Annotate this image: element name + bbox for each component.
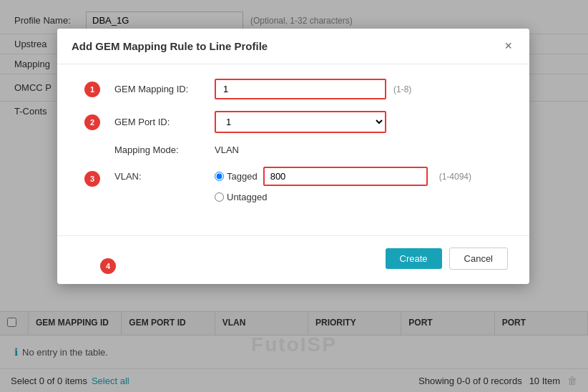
vlan-label: VLAN: (114, 167, 215, 182)
tagged-radio[interactable] (215, 172, 224, 181)
step-1-badge: 1 (84, 82, 100, 97)
vlan-value-input[interactable] (263, 167, 428, 186)
step-2-badge: 2 (84, 114, 100, 130)
mapping-mode-label: Mapping Mode: (114, 144, 215, 155)
gem-port-id-row: 2 GEM Port ID: 1 2 3 (114, 111, 508, 133)
add-gem-mapping-modal: Add GEM Mapping Rule to Line Profile × 1… (57, 29, 529, 284)
vlan-row: 3 VLAN: Tagged (1-4094) Untagged (114, 167, 508, 202)
untagged-label: Untagged (227, 192, 267, 202)
mapping-mode-value: VLAN (215, 144, 239, 155)
tagged-option[interactable]: Tagged (215, 171, 258, 182)
vlan-hint: (1-4094) (439, 172, 471, 182)
gem-mapping-id-hint: (1-8) (393, 84, 411, 94)
gem-port-id-label: GEM Port ID: (114, 117, 215, 127)
vlan-controls: Tagged (1-4094) Untagged (215, 167, 471, 202)
gem-mapping-id-label: GEM Mapping ID: (114, 84, 215, 94)
create-button[interactable]: Create (386, 248, 442, 269)
mapping-mode-row: Mapping Mode: VLAN (114, 144, 508, 155)
vlan-tagged-row: Tagged (1-4094) (215, 167, 471, 186)
untagged-radio[interactable] (215, 192, 224, 202)
step-3-badge: 3 (84, 171, 100, 187)
close-button[interactable]: × (501, 39, 515, 54)
modal-header: Add GEM Mapping Rule to Line Profile × (57, 29, 529, 64)
cancel-button[interactable]: Cancel (449, 248, 508, 270)
tagged-label: Tagged (227, 171, 258, 182)
modal-body: 1 GEM Mapping ID: (1-8) 2 GEM Port ID: 1… (57, 64, 529, 228)
modal-footer: 4 Create Cancel (57, 248, 529, 284)
step-4-badge: 4 (100, 258, 116, 274)
vlan-untagged-row: Untagged (215, 192, 471, 202)
gem-mapping-id-row: 1 GEM Mapping ID: (1-8) (114, 79, 508, 99)
gem-mapping-id-input[interactable] (215, 79, 386, 99)
untagged-option[interactable]: Untagged (215, 192, 471, 202)
gem-port-id-select[interactable]: 1 2 3 (215, 111, 386, 133)
modal-divider (57, 235, 529, 236)
modal-title: Add GEM Mapping Rule to Line Profile (72, 40, 268, 52)
